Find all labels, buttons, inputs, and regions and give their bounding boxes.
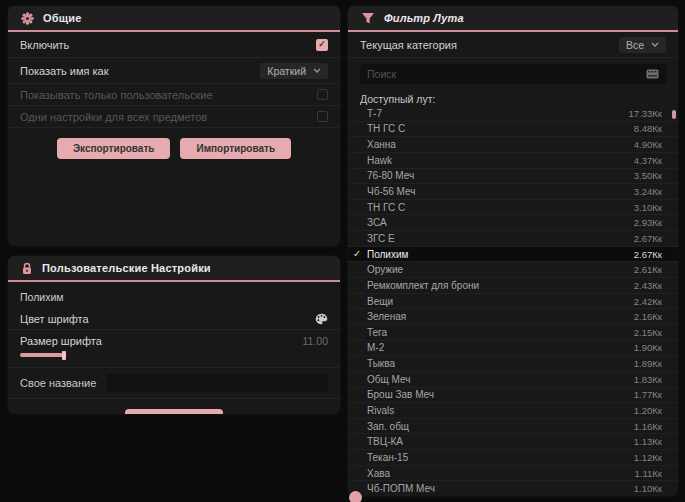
loot-row[interactable]: ✓ Общ Меч 1.83Кк	[348, 372, 678, 388]
font-size-value: 11.00	[303, 335, 329, 347]
export-import-row: Экспортировать Импортировать	[8, 128, 340, 167]
delete-row: Удалить	[8, 399, 340, 414]
show-name-row: Показать имя как Краткий	[8, 58, 340, 84]
loot-item-value: 2.67Кк	[634, 249, 662, 260]
slider-handle[interactable]	[62, 351, 66, 360]
loot-item-name: Вещи	[367, 296, 393, 307]
enable-checkbox[interactable]: ✓	[316, 39, 328, 51]
loot-item-name: ЗСА	[367, 217, 387, 228]
loot-item-name: ЗГС Е	[367, 233, 395, 244]
show-name-dropdown[interactable]: Краткий	[260, 63, 328, 79]
loot-row[interactable]: ✓ Чб-56 Меч 3.24Кк	[348, 184, 678, 200]
loot-row[interactable]: ✓ ТВЦ-КА 1.13Кк	[348, 434, 678, 450]
keyboard-icon[interactable]	[646, 69, 659, 79]
loot-item-value: 2.93Кк	[634, 217, 662, 228]
loot-row[interactable]: ✓ Чб-ПОПМ Меч 1.10Кк	[348, 481, 678, 496]
export-button[interactable]: Экспортировать	[57, 138, 171, 159]
loot-item-value: 1.16Кк	[634, 421, 662, 432]
loot-item-value: 4.37Кк	[634, 155, 662, 166]
loot-item-name: Брош Зав Меч	[367, 389, 434, 400]
lock-icon	[21, 262, 33, 275]
loot-row[interactable]: ✓ Зеленая 2.16Кк	[348, 309, 678, 325]
loot-item-name: Тега	[367, 327, 387, 338]
loot-item-name: Полихим	[367, 249, 408, 260]
available-loot-label: Доступный лут:	[348, 88, 678, 108]
funnel-icon	[361, 12, 375, 25]
loot-row[interactable]: ✓ Hawk 4.37Кк	[348, 153, 678, 169]
loot-row[interactable]: ✓ Ремкомплект для брони 2.43Кк	[348, 278, 678, 294]
enable-label: Включить	[20, 39, 69, 51]
loot-item-value: 2.43Кк	[634, 280, 662, 291]
loot-item-name: Зап. общ	[367, 421, 409, 432]
loot-item-name: Т-7	[367, 108, 382, 119]
custom-settings-header: Пользовательские Настройки	[8, 256, 340, 282]
loot-row[interactable]: ✓ ЗГС Е 2.67Кк	[348, 231, 678, 247]
loot-item-name: Текан-15	[367, 452, 408, 463]
loot-item-value: 1.77Кк	[634, 389, 662, 400]
palette-icon[interactable]	[315, 313, 328, 325]
only-custom-row: Показывать только пользовательские	[8, 84, 340, 106]
chevron-down-icon	[313, 68, 321, 73]
pink-dot-decoration	[349, 491, 362, 502]
only-custom-checkbox[interactable]	[317, 89, 328, 100]
loot-row[interactable]: ✓ Тега 2.15Кк	[348, 325, 678, 341]
loot-item-name: Rivals	[367, 405, 394, 416]
loot-item-name: Тыква	[367, 358, 395, 369]
loot-row[interactable]: ✓ ЗСА 2.93Кк	[348, 215, 678, 231]
custom-settings-panel: Пользовательские Настройки Полихим Цвет …	[8, 256, 340, 414]
show-name-label: Показать имя как	[20, 65, 109, 77]
category-dropdown[interactable]: Все	[619, 37, 666, 53]
loot-item-name: Hawk	[367, 155, 392, 166]
category-dropdown-value: Все	[626, 39, 644, 51]
loot-row[interactable]: ✓ Брош Зав Меч 1.77Кк	[348, 388, 678, 404]
loot-item-value: 2.61Кк	[634, 264, 662, 275]
font-size-row: Размер шрифта 11.00	[8, 330, 340, 368]
loot-row[interactable]: ✓ Зап. общ 1.16Кк	[348, 419, 678, 435]
loot-item-value: 1.20Кк	[634, 405, 662, 416]
same-settings-checkbox[interactable]	[317, 111, 328, 122]
loot-item-value: 2.16Кк	[634, 311, 662, 322]
loot-row[interactable]: ✓ Rivals 1.20Кк	[348, 403, 678, 419]
loot-item-name: Оружие	[367, 264, 403, 275]
loot-row[interactable]: ✓ Текан-15 1.12Кк	[348, 450, 678, 466]
loot-list[interactable]: ✓ Т-7 17.33Кк ✓ ТН ГС С 8.48Кк ✓ Ханна 4…	[348, 106, 678, 496]
delete-button[interactable]: Удалить	[125, 409, 222, 414]
only-custom-label: Показывать только пользовательские	[20, 89, 213, 101]
loot-item-value: 1.12Кк	[634, 452, 662, 463]
loot-item-value: 3.10Кк	[634, 202, 662, 213]
loot-item-value: 17.33Кк	[629, 108, 662, 119]
loot-row[interactable]: ✓ Оружие 2.61Кк	[348, 262, 678, 278]
loot-item-value: 1.89Кк	[634, 358, 662, 369]
loot-row[interactable]: ✓ ТН ГС С 3.10Кк	[348, 200, 678, 216]
loot-item-name: ТН ГС С	[367, 123, 405, 134]
search-box	[360, 64, 666, 84]
loot-item-value: 1.11Кк	[635, 468, 662, 479]
scrollbar-thumb[interactable]	[672, 110, 676, 119]
loot-row[interactable]: ✓ Полихим 2.67Кк	[348, 247, 678, 263]
loot-row[interactable]: ✓ 76-80 Меч 3.50Кк	[348, 169, 678, 185]
loot-row[interactable]: ✓ Тыква 1.89Кк	[348, 356, 678, 372]
loot-row[interactable]: ✓ ТН ГС С 8.48Кк	[348, 122, 678, 138]
selected-item-name: Полихим	[8, 282, 340, 308]
loot-row[interactable]: ✓ Ханна 4.90Кк	[348, 137, 678, 153]
import-button[interactable]: Импортировать	[180, 138, 291, 159]
loot-item-name: 76-80 Меч	[367, 170, 414, 181]
slider-fill	[20, 353, 64, 357]
loot-item-value: 2.42Кк	[634, 296, 662, 307]
loot-row[interactable]: ✓ Вещи 2.42Кк	[348, 294, 678, 310]
show-name-dropdown-value: Краткий	[267, 65, 306, 77]
loot-item-value: 1.10Кк	[634, 483, 662, 494]
loot-item-name: Ханна	[367, 139, 396, 150]
loot-row[interactable]: ✓ Т-7 17.33Кк	[348, 106, 678, 122]
custom-name-label: Свое название	[20, 377, 96, 389]
loot-row[interactable]: ✓ Хава 1.11Кк	[348, 466, 678, 482]
loot-item-value: 8.48Кк	[634, 123, 662, 134]
custom-name-row: Свое название	[8, 368, 340, 399]
search-input[interactable]	[367, 64, 646, 84]
loot-row[interactable]: ✓ М-2 1.90Кк	[348, 341, 678, 357]
font-size-slider[interactable]	[20, 351, 328, 360]
loot-item-name: Чб-56 Меч	[367, 186, 416, 197]
same-settings-label: Одни настройки для всех предметов	[20, 111, 207, 123]
custom-name-input[interactable]	[106, 374, 328, 392]
loot-item-value: 4.90Кк	[634, 139, 662, 150]
